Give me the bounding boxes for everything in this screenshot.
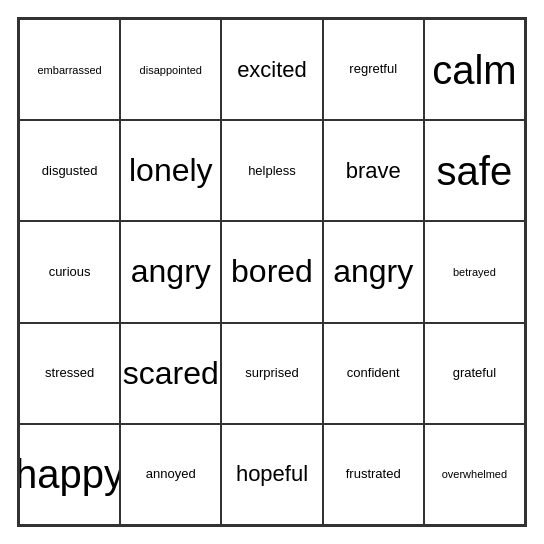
cell-text: curious — [49, 265, 91, 279]
cell-text: helpless — [248, 164, 296, 178]
bingo-cell: overwhelmed — [424, 424, 525, 525]
cell-text: angry — [131, 254, 211, 289]
cell-text: frustrated — [346, 467, 401, 481]
bingo-cell: scared — [120, 323, 221, 424]
cell-text: stressed — [45, 366, 94, 380]
bingo-cell: angry — [323, 221, 424, 322]
cell-text: lonely — [129, 153, 213, 188]
cell-text: disappointed — [140, 64, 202, 76]
cell-text: happy — [19, 452, 120, 496]
bingo-cell: disappointed — [120, 19, 221, 120]
bingo-cell: happy — [19, 424, 120, 525]
bingo-cell: frustrated — [323, 424, 424, 525]
bingo-cell: grateful — [424, 323, 525, 424]
bingo-cell: calm — [424, 19, 525, 120]
cell-text: surprised — [245, 366, 298, 380]
bingo-board: embarrasseddisappointedexcitedregretfulc… — [17, 17, 527, 527]
bingo-cell: hopeful — [221, 424, 322, 525]
cell-text: scared — [123, 356, 219, 391]
bingo-cell: brave — [323, 120, 424, 221]
cell-text: hopeful — [236, 462, 308, 486]
cell-text: embarrassed — [37, 64, 101, 76]
cell-text: grateful — [453, 366, 496, 380]
bingo-cell: surprised — [221, 323, 322, 424]
bingo-cell: lonely — [120, 120, 221, 221]
cell-text: confident — [347, 366, 400, 380]
bingo-cell: betrayed — [424, 221, 525, 322]
cell-text: excited — [237, 58, 307, 82]
cell-text: annoyed — [146, 467, 196, 481]
cell-text: calm — [432, 48, 516, 92]
bingo-cell: helpless — [221, 120, 322, 221]
cell-text: betrayed — [453, 266, 496, 278]
cell-text: regretful — [349, 62, 397, 76]
bingo-cell: excited — [221, 19, 322, 120]
bingo-cell: regretful — [323, 19, 424, 120]
bingo-cell: bored — [221, 221, 322, 322]
bingo-cell: curious — [19, 221, 120, 322]
bingo-cell: stressed — [19, 323, 120, 424]
bingo-cell: safe — [424, 120, 525, 221]
cell-text: bored — [231, 254, 313, 289]
bingo-cell: angry — [120, 221, 221, 322]
bingo-cell: annoyed — [120, 424, 221, 525]
bingo-cell: confident — [323, 323, 424, 424]
cell-text: brave — [346, 159, 401, 183]
bingo-cell: disgusted — [19, 120, 120, 221]
cell-text: overwhelmed — [442, 468, 507, 480]
cell-text: disgusted — [42, 164, 98, 178]
bingo-cell: embarrassed — [19, 19, 120, 120]
cell-text: safe — [437, 149, 513, 193]
cell-text: angry — [333, 254, 413, 289]
